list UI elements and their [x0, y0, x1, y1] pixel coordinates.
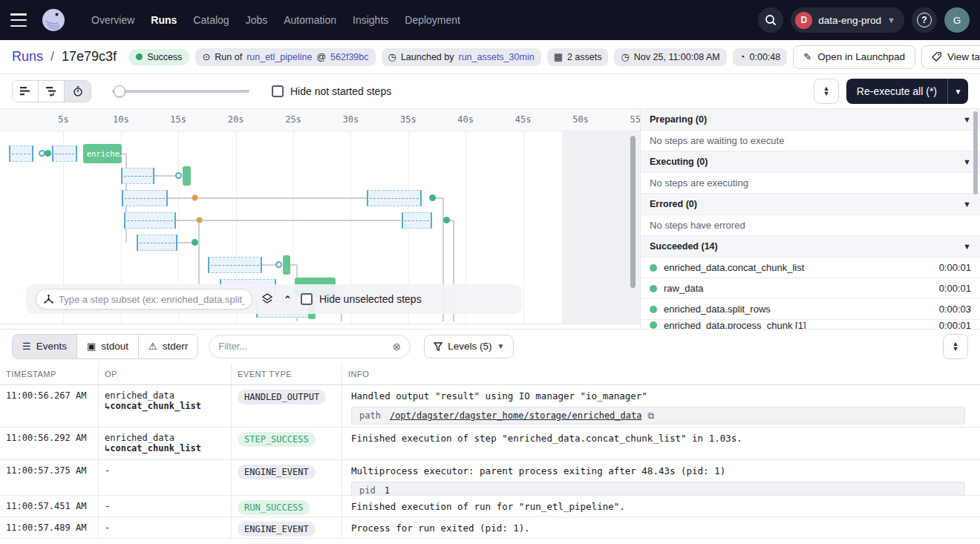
step-section-header[interactable]: Preparing (0)▼	[641, 109, 980, 131]
tab-stdout[interactable]: ▣stdout	[77, 335, 139, 358]
event-log-row: 11:00:56.267 AMenriched_data↳concat_chun…	[0, 385, 980, 427]
workspace-switcher[interactable]: D data-eng-prod ▼	[791, 7, 904, 33]
tag-link[interactable]: run_etl_pipeline	[246, 52, 312, 62]
nav-item-deployment[interactable]: Deployment	[405, 14, 460, 26]
slider-knob[interactable]	[114, 85, 125, 97]
step-bar[interactable]	[283, 255, 290, 275]
nav-item-overview[interactable]: Overview	[91, 14, 134, 26]
tab-Events[interactable]: ☰Events	[13, 335, 77, 358]
dashed-line	[405, 220, 430, 221]
graph-layers-icon[interactable]	[261, 293, 273, 305]
metadata-value: 1	[385, 485, 390, 495]
run-tag: ⊙Run of run_etl_pipeline @ 562f39bc	[195, 48, 375, 66]
op-subname: ↳concat_chunk_list	[105, 401, 225, 411]
breadcrumb-runs-link[interactable]: Runs	[12, 49, 43, 65]
dagster-logo-icon[interactable]	[42, 8, 65, 32]
step-row[interactable]: enriched_data.split_rows0:00:03	[641, 299, 980, 320]
nav-item-runs[interactable]: Runs	[151, 14, 177, 26]
axis-tick-label: 25s	[285, 114, 301, 125]
waterfall-view-button[interactable]	[39, 81, 65, 102]
run-id: 17e79c3f	[62, 49, 117, 65]
re-execute-dropdown-caret[interactable]: ▼	[947, 79, 968, 104]
section-empty-message: No steps have errored	[641, 215, 980, 236]
user-avatar[interactable]: G	[944, 7, 970, 33]
event-type-badge: RUN_SUCCESS	[238, 500, 310, 515]
clear-filter-icon[interactable]: ⊗	[392, 341, 401, 353]
event-type-badge: ENGINE_EVENT	[238, 522, 316, 537]
pending-step-box[interactable]	[121, 168, 154, 184]
axis-tick-label: 35s	[400, 114, 416, 125]
dashed-line	[140, 243, 174, 243]
axis-tick-label: 40s	[457, 114, 474, 125]
tag-link[interactable]: 562f39bc	[330, 52, 368, 62]
step-section-header[interactable]: Executing (0)▼	[641, 151, 980, 173]
timer-icon: ◔	[739, 51, 745, 62]
warning-icon: ⚠	[148, 341, 157, 352]
open-in-launchpad-button[interactable]: ✎ Open in Launchpad	[793, 45, 915, 69]
step-section-header[interactable]: Errored (0)▼	[641, 194, 980, 215]
step-row[interactable]: enriched_data.concat_chunk_list0:00:01	[641, 258, 980, 278]
step-section-header[interactable]: Succeeded (14)▼	[641, 236, 980, 258]
collapse-overlay-chevron-icon[interactable]: ⌃	[284, 294, 292, 305]
step-bar[interactable]	[183, 166, 191, 186]
log-filter-input[interactable]: Filter... ⊗	[209, 335, 411, 358]
pending-step-box[interactable]	[367, 190, 422, 206]
event-type-badge: ENGINE_EVENT	[238, 465, 316, 479]
steps-panel-scrollbar[interactable]	[973, 111, 978, 194]
events-toolbar: ☰Events▣stdout⚠stderr Filter... ⊗ Levels…	[0, 329, 980, 363]
tag-text: Run of	[215, 52, 242, 62]
step-bar[interactable]: enriche…	[83, 144, 122, 163]
nav-item-automation[interactable]: Automation	[284, 14, 336, 26]
step-row[interactable]: enriched_data.process_chunk [1]0:00:01	[641, 320, 980, 329]
tag-text: Launched by	[401, 52, 454, 62]
flat-view-button[interactable]	[13, 81, 39, 102]
gantt-toolbar: Hide not started steps ▲▼ Re-execute all…	[0, 74, 980, 109]
hide-not-started-checkbox[interactable]	[272, 85, 284, 97]
op-selector-icon	[44, 295, 53, 304]
nav-item-catalog[interactable]: Catalog	[193, 14, 229, 26]
expand-collapse-log-button[interactable]: ▲▼	[943, 334, 968, 359]
hamburger-menu-icon[interactable]	[10, 13, 30, 27]
expand-collapse-panel-button[interactable]: ▲▼	[814, 79, 839, 104]
tab-stderr[interactable]: ⚠stderr	[139, 335, 197, 358]
tag-link[interactable]: run_assets_30min	[458, 52, 534, 62]
step-subset-input[interactable]: Type a step subset (ex: enriched_data.sp…	[36, 289, 252, 309]
pending-step-box[interactable]	[122, 190, 168, 206]
event-op: -	[99, 496, 232, 517]
timed-view-button[interactable]	[65, 81, 91, 102]
axis-tick-label: 10s	[113, 114, 129, 125]
pending-step-box[interactable]	[402, 212, 433, 229]
hide-not-started-control: Hide not started steps	[272, 85, 391, 97]
pending-step-box[interactable]	[208, 257, 262, 273]
help-icon[interactable]: ?	[912, 7, 937, 33]
pending-step-box[interactable]	[52, 145, 77, 162]
hide-not-started-label: Hide not started steps	[290, 85, 391, 97]
re-execute-button[interactable]: Re-execute all (*) ▼	[846, 79, 968, 104]
tag-icon	[932, 52, 941, 62]
nav-item-jobs[interactable]: Jobs	[246, 14, 268, 26]
chevron-down-icon: ▼	[887, 16, 895, 24]
event-message: Handled output "result" using IO manager…	[351, 390, 980, 402]
copy-icon[interactable]: ⧉	[647, 410, 654, 421]
tab-label: stderr	[163, 341, 189, 352]
nav-items: OverviewRunsCatalogJobsAutomationInsight…	[83, 13, 468, 27]
event-type-cell: ENGINE_EVENT	[232, 517, 342, 538]
search-icon[interactable]	[758, 7, 783, 33]
step-row[interactable]: raw_data0:00:01	[641, 278, 980, 299]
gantt-zoom-slider[interactable]	[112, 85, 249, 97]
gantt-scrollbar[interactable]	[630, 136, 636, 288]
chevron-down-icon: ▼	[497, 342, 504, 350]
pending-step-box[interactable]	[124, 212, 176, 229]
run-tags: ⊙Run of run_etl_pipeline @ 562f39bc◷Laun…	[195, 48, 787, 66]
nav-item-insights[interactable]: Insights	[353, 14, 388, 26]
hide-unselected-control: Hide unselected steps	[301, 293, 422, 305]
section-title: Errored (0)	[650, 199, 697, 209]
step-subset-placeholder: Type a step subset (ex: enriched_data.sp…	[59, 294, 244, 305]
hide-unselected-checkbox[interactable]	[301, 293, 313, 305]
pending-step-box[interactable]	[137, 235, 177, 251]
levels-dropdown-button[interactable]: Levels (5) ▼	[424, 335, 514, 358]
dashed-line	[55, 154, 74, 154]
pending-step-box[interactable]	[9, 145, 33, 162]
metadata-path-link[interactable]: /opt/dagster/dagster_home/storage/enrich…	[390, 410, 642, 421]
view-tags-config-button[interactable]: View tags and config	[921, 45, 980, 69]
